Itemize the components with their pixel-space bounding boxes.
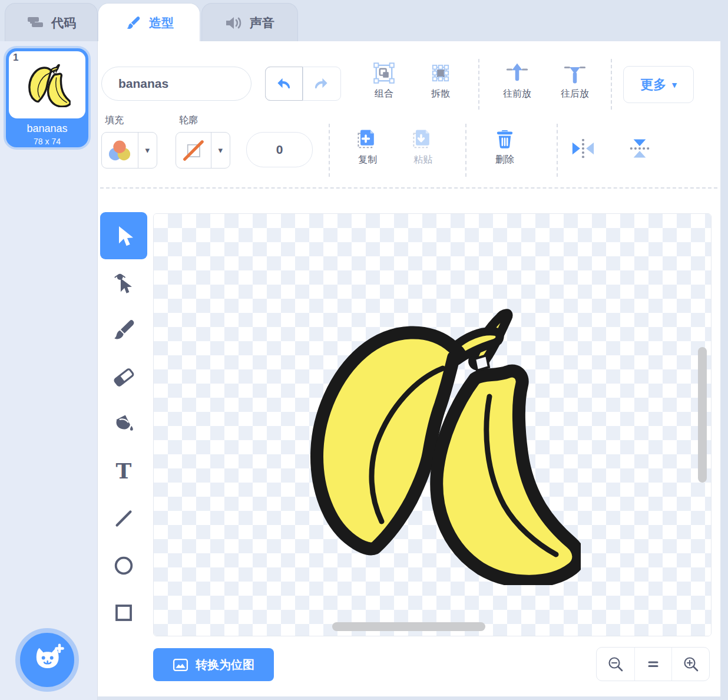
undo-redo-group bbox=[265, 67, 341, 101]
paste-button[interactable]: 粘贴 bbox=[401, 128, 445, 166]
paste-icon bbox=[412, 128, 434, 150]
reshape-icon bbox=[112, 272, 135, 294]
zoom-in-icon bbox=[682, 655, 700, 673]
copy-icon bbox=[357, 128, 378, 150]
outline-color-picker[interactable]: ▾ bbox=[176, 132, 230, 169]
text-tool[interactable]: T bbox=[100, 448, 147, 495]
flip-horizontal-button[interactable] bbox=[561, 137, 605, 160]
copy-label: 复制 bbox=[358, 154, 377, 166]
paint-canvas[interactable] bbox=[153, 213, 712, 636]
zoom-controls bbox=[596, 647, 710, 681]
zoom-reset-button[interactable] bbox=[634, 648, 672, 681]
rectangle-tool[interactable] bbox=[100, 589, 147, 636]
outline-label: 轮廓 bbox=[179, 114, 198, 127]
reshape-tool[interactable] bbox=[100, 259, 147, 306]
zoom-in-button[interactable] bbox=[671, 648, 709, 681]
toolbar-divider bbox=[100, 187, 717, 189]
eraser-tool[interactable] bbox=[100, 354, 147, 401]
fill-dropdown-arrow[interactable]: ▾ bbox=[138, 133, 157, 168]
more-button[interactable]: 更多 ▾ bbox=[623, 66, 694, 103]
arrow-down-icon bbox=[564, 62, 586, 84]
speaker-icon bbox=[225, 15, 243, 31]
send-backward-button[interactable]: 往后放 bbox=[552, 62, 597, 100]
delete-label: 删除 bbox=[495, 154, 514, 166]
chevron-down-icon: ▾ bbox=[219, 145, 223, 156]
tab-code-label: 代码 bbox=[51, 15, 76, 31]
divider bbox=[465, 124, 466, 177]
svg-text:T: T bbox=[116, 460, 132, 483]
fill-label: 填充 bbox=[105, 114, 124, 127]
costume-name-label: bananas bbox=[6, 123, 88, 135]
copy-button[interactable]: 复制 bbox=[345, 128, 390, 166]
line-tool[interactable] bbox=[100, 495, 147, 542]
zoom-out-button[interactable] bbox=[597, 648, 634, 681]
tab-sounds-label: 声音 bbox=[250, 15, 274, 31]
bananas-artwork[interactable] bbox=[280, 302, 581, 585]
vertical-scrollbar[interactable] bbox=[698, 347, 707, 483]
fill-color-swatch bbox=[102, 133, 138, 168]
tab-code[interactable]: 代码 bbox=[5, 3, 98, 42]
fill-color-picker[interactable]: ▾ bbox=[101, 132, 157, 169]
costume-thumbnail bbox=[9, 51, 85, 118]
delete-button[interactable]: 删除 bbox=[482, 128, 527, 166]
redo-button[interactable] bbox=[303, 67, 340, 100]
divider bbox=[611, 59, 612, 110]
horizontal-scrollbar[interactable] bbox=[332, 622, 485, 631]
group-button[interactable]: 组合 bbox=[362, 62, 406, 100]
more-label: 更多 bbox=[640, 76, 666, 94]
send-backward-label: 往后放 bbox=[561, 88, 589, 100]
paint-tools: T bbox=[100, 212, 147, 636]
brush-icon bbox=[112, 318, 135, 342]
add-costume-button[interactable] bbox=[15, 628, 79, 692]
divider bbox=[478, 59, 479, 110]
code-blocks-icon bbox=[27, 15, 44, 31]
select-tool[interactable] bbox=[100, 212, 147, 259]
ungroup-icon bbox=[430, 62, 451, 84]
group-icon bbox=[373, 62, 395, 84]
divider bbox=[557, 124, 558, 177]
bitmap-image-icon bbox=[173, 657, 188, 673]
convert-to-bitmap-button[interactable]: 转换为位图 bbox=[153, 648, 274, 681]
ungroup-label: 拆散 bbox=[431, 88, 450, 100]
brush-tool[interactable] bbox=[100, 306, 147, 354]
rectangle-icon bbox=[112, 602, 135, 624]
group-label: 组合 bbox=[375, 88, 393, 100]
zoom-out-icon bbox=[607, 655, 624, 673]
eraser-icon bbox=[112, 365, 135, 389]
stroke-width-input[interactable] bbox=[246, 132, 313, 167]
chevron-down-icon: ▾ bbox=[145, 145, 150, 156]
tab-bar: 代码 造型 声音 bbox=[0, 0, 728, 41]
flip-vertical-icon bbox=[627, 137, 653, 160]
circle-tool[interactable] bbox=[100, 542, 147, 589]
select-cursor-icon bbox=[112, 224, 135, 247]
redo-icon bbox=[313, 76, 329, 92]
costume-list-item-selected[interactable]: 1 bananas 78 x 74 bbox=[6, 48, 88, 147]
bring-forward-label: 往前放 bbox=[503, 88, 531, 100]
tab-costumes[interactable]: 造型 bbox=[98, 3, 200, 42]
divider bbox=[329, 124, 330, 177]
bring-forward-button[interactable]: 往前放 bbox=[495, 62, 540, 100]
undo-icon bbox=[276, 76, 292, 92]
cat-plus-icon bbox=[29, 643, 65, 676]
text-icon: T bbox=[112, 460, 135, 483]
fill-tool[interactable] bbox=[100, 401, 147, 448]
chevron-down-icon: ▾ bbox=[672, 80, 677, 90]
zoom-reset-icon bbox=[646, 656, 661, 672]
flip-horizontal-icon bbox=[570, 137, 596, 160]
convert-to-bitmap-label: 转换为位图 bbox=[196, 657, 254, 673]
costume-index: 1 bbox=[13, 52, 18, 64]
costume-name-input[interactable] bbox=[101, 67, 252, 101]
no-outline-icon bbox=[180, 137, 206, 163]
fill-colors-icon bbox=[106, 137, 133, 163]
circle-icon bbox=[112, 554, 135, 577]
flip-vertical-button[interactable] bbox=[617, 137, 662, 160]
outline-dropdown-arrow[interactable]: ▾ bbox=[211, 133, 230, 168]
paintbrush-icon bbox=[124, 15, 142, 31]
costume-list-sidebar: 1 bananas 78 x 74 bbox=[0, 41, 98, 700]
ungroup-button[interactable]: 拆散 bbox=[418, 62, 463, 100]
costume-size-label: 78 x 74 bbox=[6, 137, 88, 146]
tab-sounds[interactable]: 声音 bbox=[201, 3, 298, 42]
trash-icon bbox=[495, 128, 515, 150]
undo-button[interactable] bbox=[265, 67, 303, 101]
arrow-up-icon bbox=[506, 62, 528, 84]
